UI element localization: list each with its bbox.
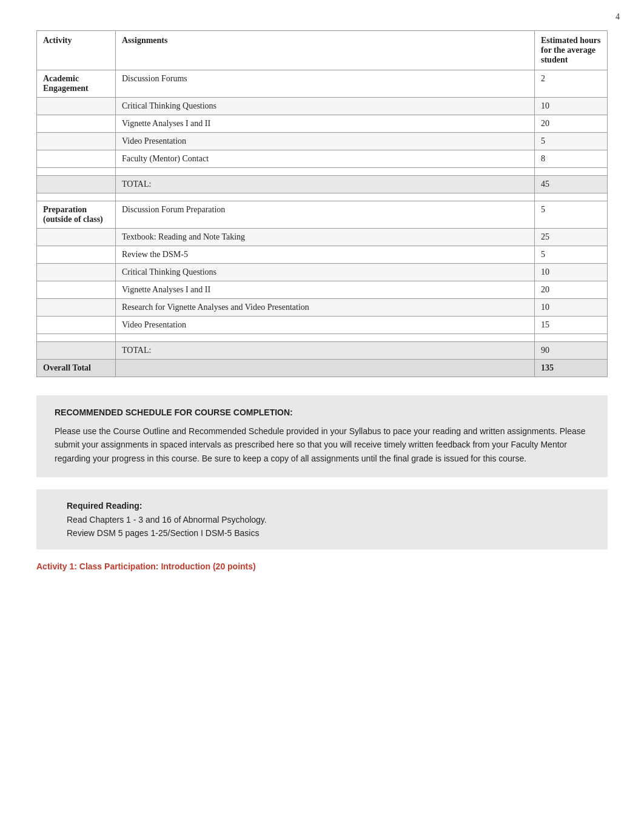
- table-row-total: TOTAL: 90: [37, 342, 608, 360]
- recommended-body: Please use the Course Outline and Recomm…: [55, 424, 589, 465]
- cell-activity: [37, 264, 116, 281]
- cell-activity: [37, 150, 116, 168]
- activity-label: Academic Engagement: [43, 74, 89, 93]
- cell-assignment: Discussion Forum Preparation: [116, 201, 535, 229]
- table-row: Video Presentation5: [37, 133, 608, 150]
- cell-empty: [116, 168, 535, 176]
- table-row-overall: Overall Total 135: [37, 360, 608, 377]
- activity-label: Preparation(outside of class): [43, 205, 103, 224]
- header-assignments: Assignments: [116, 31, 535, 70]
- required-reading-section: Required Reading: Read Chapters 1 - 3 an…: [36, 489, 608, 549]
- cell-hours: 10: [535, 299, 608, 317]
- cell-hours: 10: [535, 98, 608, 115]
- cell-overall-empty: [116, 360, 535, 377]
- recommended-heading: RECOMMENDED SCHEDULE FOR COURSE COMPLETI…: [55, 407, 589, 417]
- table-row-total: TOTAL: 45: [37, 176, 608, 193]
- table-row: Video Presentation15: [37, 317, 608, 334]
- table-row: Review the DSM-55: [37, 246, 608, 264]
- cell-activity: [37, 299, 116, 317]
- cell-empty: [37, 193, 116, 201]
- cell-assignment: Vignette Analyses I and II: [116, 281, 535, 299]
- table-row-spacer: [37, 193, 608, 201]
- cell-assignment: Vignette Analyses I and II: [116, 115, 535, 133]
- cell-empty: [116, 193, 535, 201]
- cell-total-hours: 45: [535, 176, 608, 193]
- cell-assignment: Textbook: Reading and Note Taking: [116, 229, 535, 246]
- page-number: 4: [615, 12, 620, 22]
- table-row-spacer: [37, 334, 608, 342]
- cell-assignment: Review the DSM-5: [116, 246, 535, 264]
- cell-hours: 8: [535, 150, 608, 168]
- table-row: Textbook: Reading and Note Taking25: [37, 229, 608, 246]
- cell-total-label: TOTAL:: [116, 342, 535, 360]
- cell-hours: 15: [535, 317, 608, 334]
- cell-assignment: Video Presentation: [116, 133, 535, 150]
- cell-hours: 2: [535, 70, 608, 98]
- table-row: Preparation(outside of class)Discussion …: [37, 201, 608, 229]
- cell-activity: [37, 133, 116, 150]
- cell-empty: [535, 193, 608, 201]
- cell-assignment: Faculty (Mentor) Contact: [116, 150, 535, 168]
- cell-empty: [37, 168, 116, 176]
- cell-activity: [37, 115, 116, 133]
- activity-table: Activity Assignments Estimated hours for…: [36, 30, 608, 377]
- table-row: Vignette Analyses I and II20: [37, 281, 608, 299]
- cell-empty: [535, 168, 608, 176]
- activity1-heading: Activity 1: Class Participation: Introdu…: [36, 562, 608, 571]
- table-row: Research for Vignette Analyses and Video…: [37, 299, 608, 317]
- cell-total-empty: [37, 176, 116, 193]
- cell-overall-label: Overall Total: [37, 360, 116, 377]
- cell-activity: [37, 317, 116, 334]
- table-row: Critical Thinking Questions10: [37, 98, 608, 115]
- reading-line2: Review DSM 5 pages 1-25/Section I DSM-5 …: [67, 526, 589, 540]
- cell-activity: Preparation(outside of class): [37, 201, 116, 229]
- cell-hours: 5: [535, 246, 608, 264]
- cell-hours: 25: [535, 229, 608, 246]
- cell-hours: 20: [535, 115, 608, 133]
- page: 4 Activity Assignments Estimated hours f…: [0, 0, 644, 835]
- cell-hours: 20: [535, 281, 608, 299]
- recommended-schedule-section: RECOMMENDED SCHEDULE FOR COURSE COMPLETI…: [36, 395, 608, 477]
- cell-hours: 5: [535, 133, 608, 150]
- table-row: Academic EngagementDiscussion Forums2: [37, 70, 608, 98]
- cell-hours: 10: [535, 264, 608, 281]
- reading-line1: Read Chapters 1 - 3 and 16 of Abnormal P…: [67, 513, 589, 526]
- cell-assignment: Critical Thinking Questions: [116, 98, 535, 115]
- cell-activity: [37, 281, 116, 299]
- cell-total-label: TOTAL:: [116, 176, 535, 193]
- header-activity: Activity: [37, 31, 116, 70]
- cell-empty: [535, 334, 608, 342]
- cell-overall-hours: 135: [535, 360, 608, 377]
- cell-activity: Academic Engagement: [37, 70, 116, 98]
- cell-empty: [37, 334, 116, 342]
- cell-hours: 5: [535, 201, 608, 229]
- table-row-spacer: [37, 168, 608, 176]
- header-hours: Estimated hours for the average student: [535, 31, 608, 70]
- cell-assignment: Video Presentation: [116, 317, 535, 334]
- cell-empty: [116, 334, 535, 342]
- cell-assignment: Critical Thinking Questions: [116, 264, 535, 281]
- table-row: Vignette Analyses I and II20: [37, 115, 608, 133]
- cell-activity: [37, 246, 116, 264]
- reading-title: Required Reading:: [67, 501, 142, 511]
- cell-assignment: Research for Vignette Analyses and Video…: [116, 299, 535, 317]
- cell-assignment: Discussion Forums: [116, 70, 535, 98]
- cell-activity: [37, 98, 116, 115]
- cell-activity: [37, 229, 116, 246]
- table-row: Critical Thinking Questions10: [37, 264, 608, 281]
- cell-total-empty: [37, 342, 116, 360]
- table-row: Faculty (Mentor) Contact8: [37, 150, 608, 168]
- cell-total-hours: 90: [535, 342, 608, 360]
